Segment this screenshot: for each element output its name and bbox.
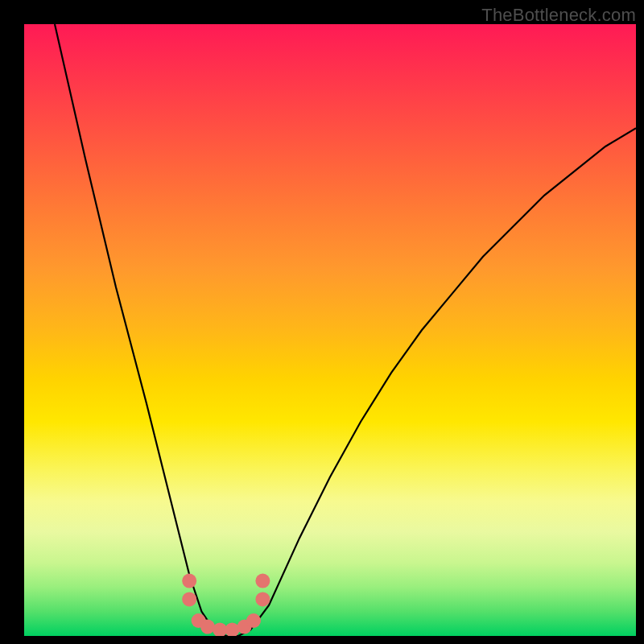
marker-group xyxy=(182,574,270,636)
marker-dot xyxy=(200,620,215,634)
watermark-text: TheBottleneck.com xyxy=(481,5,636,26)
marker-dot xyxy=(182,592,196,606)
marker-dot xyxy=(255,574,270,588)
marker-dot xyxy=(255,592,270,606)
outer-frame: TheBottleneck.com xyxy=(0,0,644,644)
marker-dot xyxy=(225,622,239,636)
plot-area xyxy=(24,24,636,636)
bottleneck-curve-path xyxy=(55,24,636,636)
marker-dot xyxy=(182,574,196,588)
marker-dot xyxy=(246,613,261,628)
chart-svg xyxy=(24,24,636,636)
